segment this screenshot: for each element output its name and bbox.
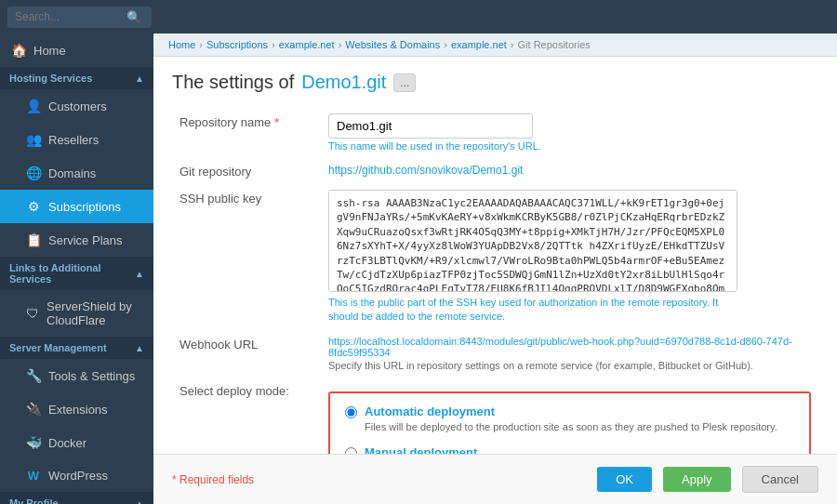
deploy-auto-desc: Files will be deployed to the production… [365,420,777,434]
sidebar-section-my-profile[interactable]: My Profile ▲ [0,492,153,504]
sidebar-label-wordpress: WordPress [48,469,108,483]
breadcrumb-git: Git Repositories [518,39,591,50]
sidebar-item-home[interactable]: 🏠 Home [0,33,153,67]
resellers-icon: 👥 [26,132,41,147]
required-note: * Required fields [172,473,254,486]
hosting-arrow-icon: ▲ [135,73,144,84]
sidebar-label-subscriptions: Subscriptions [48,200,121,214]
sidebar-label-tools: Tools & Settings [48,369,135,383]
title-menu-button[interactable]: ... [393,73,416,92]
sidebar-label-service-plans: Service Plans [48,233,122,247]
search-icon: 🔍 [126,10,141,24]
ssh-key-box[interactable]: ssh-rsa AAAAB3NzaC1yc2EAAAADAQABAAACAQC3… [328,190,737,292]
deploy-manual-label[interactable]: Manual deployment Files have to be manua… [345,445,794,454]
sidebar-section-hosting[interactable]: Hosting Services ▲ [0,67,153,89]
sidebar-section-links[interactable]: Links to Additional Services ▲ [0,257,153,290]
sidebar: 🏠 Home Hosting Services ▲ 👤 Customers 👥 … [0,33,153,504]
tools-icon: 🔧 [26,368,41,383]
service-plans-icon: 📋 [26,232,41,247]
required-star: * [274,115,279,129]
sidebar-section-server-mgmt[interactable]: Server Management ▲ [0,337,153,359]
top-bar: 🔍 [0,0,837,33]
home-icon: 🏠 [11,43,26,58]
deploy-mode-row: Select deploy mode: Automatic deployment… [172,377,818,454]
breadcrumb-sep-4: › [444,39,447,50]
git-repo-row: Git repository https://github.com/snovik… [172,157,818,184]
page-content: The settings of Demo1.git ... Repository… [153,57,837,454]
sidebar-item-docker[interactable]: 🐳 Docker [0,426,153,459]
ssh-key-label: SSH public key [172,184,321,330]
deploy-auto-label[interactable]: Automatic deployment Files will be deplo… [345,405,794,434]
page-title: The settings of Demo1.git ... [172,72,818,93]
sidebar-item-tools[interactable]: 🔧 Tools & Settings [0,359,153,392]
git-repo-link[interactable]: https://github.com/snovikova/Demo1.git [328,164,523,177]
breadcrumb-home[interactable]: Home [168,39,195,50]
deploy-auto-radio[interactable] [345,406,357,418]
required-star-label: * [172,473,179,486]
links-arrow-icon: ▲ [135,269,144,279]
customers-icon: 👤 [26,99,41,113]
apply-button[interactable]: Apply [663,467,731,492]
sidebar-label-resellers: Resellers [48,133,99,147]
ssh-note: This is the public part of the SSH key u… [328,296,737,325]
ssh-key-value-cell: ssh-rsa AAAAB3NzaC1yc2EAAAADAQABAAACAQC3… [321,184,818,330]
sidebar-item-wordpress[interactable]: W WordPress [0,459,153,492]
repo-name-input[interactable] [328,113,533,139]
sidebar-label-servershield: ServerShield by CloudFlare [46,299,142,327]
page-title-name: Demo1.git [301,72,386,93]
deploy-mode-label: Select deploy mode: [172,377,321,454]
sidebar-item-service-plans[interactable]: 📋 Service Plans [0,223,153,257]
breadcrumb: Home › Subscriptions › example.net › Web… [153,33,837,57]
webhook-url[interactable]: https://localhost.localdomain:8443/modul… [328,336,793,358]
breadcrumb-subscriptions[interactable]: Subscriptions [206,39,268,50]
sidebar-item-domains[interactable]: 🌐 Domains [0,156,153,190]
git-repo-value-cell: https://github.com/snovikova/Demo1.git [321,157,818,184]
sidebar-item-customers[interactable]: 👤 Customers [0,89,153,123]
my-profile-section-label: My Profile [9,497,59,504]
sidebar-item-subscriptions[interactable]: ⚙ Subscriptions [0,190,153,223]
git-repo-label: Git repository [172,157,321,184]
page-title-prefix: The settings of [172,72,294,93]
deploy-auto-title: Automatic deployment [365,405,777,418]
links-section-label: Links to Additional Services [9,262,135,285]
hosting-section-label: Hosting Services [9,73,92,84]
ok-button[interactable]: OK [597,467,652,492]
breadcrumb-example2[interactable]: example.net [451,39,507,50]
sidebar-label-domains: Domains [48,166,96,180]
webhook-label: Webhook URL [172,330,321,377]
my-profile-arrow-icon: ▲ [135,498,144,505]
search-input[interactable] [15,10,126,23]
webhook-value-cell: https://localhost.localdomain:8443/modul… [321,330,818,377]
wordpress-icon: W [26,469,41,483]
sidebar-label-customers: Customers [48,99,107,113]
cancel-button[interactable]: Cancel [742,466,818,493]
sidebar-item-servershield[interactable]: 🛡 ServerShield by CloudFlare [0,290,153,337]
domains-icon: 🌐 [26,166,41,180]
sidebar-item-extensions[interactable]: 🔌 Extensions [0,392,153,426]
breadcrumb-example1[interactable]: example.net [279,39,335,50]
deploy-option-auto: Automatic deployment Files will be deplo… [345,405,794,434]
deploy-option-manual: Manual deployment Files have to be manua… [345,445,794,454]
main-layout: 🏠 Home Hosting Services ▲ 👤 Customers 👥 … [0,33,837,504]
deploy-manual-radio[interactable] [345,447,357,454]
shield-icon: 🛡 [26,306,39,321]
ssh-key-row: SSH public key ssh-rsa AAAAB3NzaC1yc2EAA… [172,184,818,330]
extensions-icon: 🔌 [26,402,41,417]
search-container: 🔍 [7,7,152,28]
breadcrumb-sep-2: › [272,39,275,50]
webhook-row: Webhook URL https://localhost.localdomai… [172,330,818,377]
repo-name-row: Repository name * This name will be used… [172,108,818,157]
sidebar-label-extensions: Extensions [48,403,108,417]
subscriptions-icon: ⚙ [26,199,41,214]
sidebar-label-home: Home [33,44,66,58]
settings-form: Repository name * This name will be used… [172,108,818,454]
sidebar-item-resellers[interactable]: 👥 Resellers [0,123,153,156]
repo-name-hint: This name will be used in the repository… [328,140,811,152]
breadcrumb-websites[interactable]: Websites & Domains [345,39,440,50]
breadcrumb-sep-1: › [199,39,203,50]
repo-name-value-cell: This name will be used in the repository… [321,108,818,157]
webhook-note: Specify this URL in repository settings … [328,360,793,371]
deploy-manual-content: Manual deployment Files have to be manua… [365,445,794,454]
content-area: Home › Subscriptions › example.net › Web… [153,33,837,504]
server-mgmt-arrow-icon: ▲ [135,343,144,353]
